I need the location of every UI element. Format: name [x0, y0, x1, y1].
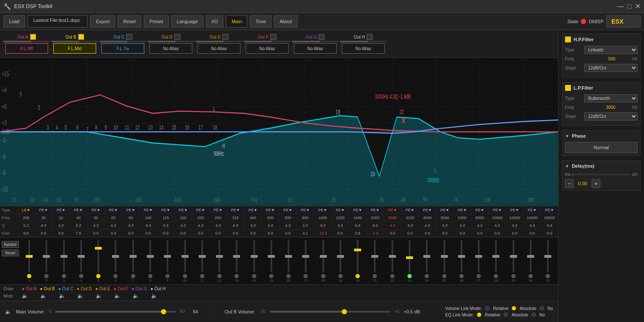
draw-out-h[interactable]: ● Out H — [150, 286, 165, 291]
eq-q-4[interactable]: 0.3 — [70, 222, 87, 229]
eq-freq-9[interactable]: 125 — [157, 214, 174, 221]
fader-thumb-26[interactable] — [458, 255, 465, 258]
eq-link-no-radio[interactable] — [532, 313, 536, 317]
maximize-button[interactable]: □ — [627, 3, 632, 10]
eq-type-23[interactable]: PE▼ — [401, 206, 419, 214]
eq-gain-3[interactable]: 0.0 — [52, 229, 70, 237]
eq-q-28[interactable]: 4.3 — [488, 222, 506, 229]
draw-out-a[interactable]: ● Out A — [22, 286, 36, 291]
fader-track-31[interactable] — [547, 240, 549, 272]
eq-q-5[interactable]: 4.3 — [87, 222, 105, 229]
eq-type-18[interactable]: PE▼ — [314, 206, 331, 214]
draw-out-c[interactable]: ● Out C — [58, 286, 73, 291]
hp-filter-checkbox[interactable] — [565, 36, 571, 42]
delay-minus-button[interactable]: − — [565, 179, 574, 188]
fader-thumb-27[interactable] — [475, 255, 482, 258]
eq-q-3[interactable]: 4.3 — [52, 222, 70, 229]
eq-type-20[interactable]: PE▼ — [349, 206, 366, 214]
eq-gain-16[interactable]: 0.0 — [279, 229, 297, 237]
ch-d-checkbox[interactable] — [174, 34, 180, 40]
fader-thumb-16[interactable] — [285, 255, 292, 258]
phase-button[interactable]: Normal — [565, 142, 638, 153]
eq-q-22[interactable]: 4.3 — [383, 222, 401, 229]
dot-7[interactable] — [131, 274, 135, 278]
mute-f-icon[interactable]: 🔈 — [114, 293, 121, 299]
dot-8[interactable] — [148, 274, 152, 278]
eq-freq-30[interactable]: 16000 — [523, 214, 541, 221]
vol-link-no-radio[interactable] — [540, 306, 544, 310]
eq-gain-10[interactable]: 0.0 — [174, 229, 192, 237]
eq-freq-7[interactable]: 80 — [122, 214, 140, 221]
dot-6[interactable] — [113, 274, 118, 278]
ch-e-button[interactable]: No Alias — [197, 43, 240, 54]
ch-b-checkbox[interactable] — [78, 34, 84, 40]
eq-type-1[interactable]: LS▼ — [17, 206, 35, 214]
eq-type-7[interactable]: PE▼ — [122, 206, 140, 214]
fader-thumb-10[interactable] — [182, 255, 188, 258]
eq-freq-12[interactable]: 250 — [209, 214, 227, 221]
eq-q-20[interactable]: 4.3 — [349, 222, 366, 229]
eq-gain-1[interactable]: 6.6 — [17, 229, 35, 237]
fader-track-1[interactable] — [28, 240, 30, 272]
eq-freq-2[interactable]: 25 — [35, 214, 52, 221]
eq-freq-23[interactable]: 3150 — [401, 214, 419, 221]
preset-button[interactable]: Preset — [144, 15, 169, 27]
eq-gain-6[interactable]: 0.0 — [104, 229, 122, 237]
eq-freq-6[interactable]: 63 — [104, 214, 122, 221]
ch-h-checkbox[interactable] — [367, 34, 373, 40]
mute-b-icon[interactable]: 🔈 — [40, 293, 47, 299]
fader-thumb-21[interactable] — [371, 255, 378, 258]
fader-thumb-2[interactable] — [43, 255, 50, 258]
fader-thumb-22[interactable] — [389, 255, 396, 258]
fader-thumb-15[interactable] — [268, 255, 275, 258]
ch-a-button[interactable]: F.L.Wf — [5, 43, 48, 54]
eq-q-29[interactable]: 4.3 — [506, 222, 523, 229]
main-vol-slider[interactable] — [55, 311, 176, 313]
eq-gain-29[interactable]: 0.0 — [506, 229, 523, 237]
fader-track-4[interactable] — [80, 240, 82, 272]
eq-type-28[interactable]: PE▼ — [488, 206, 506, 214]
export-button[interactable]: Export — [90, 15, 115, 27]
fader-thumb-29[interactable] — [510, 255, 517, 258]
eq-q-1[interactable]: 0.3 — [17, 222, 35, 229]
eq-freq-3[interactable]: 32 — [52, 214, 70, 221]
eq-freq-26[interactable]: 6300 — [453, 214, 471, 221]
fader-track-26[interactable] — [461, 240, 462, 272]
eq-gain-11[interactable]: 0.0 — [191, 229, 209, 237]
mute-a-icon[interactable]: 🔈 — [22, 293, 28, 299]
mute-d-icon[interactable]: 🔈 — [77, 293, 84, 299]
fader-thumb-19[interactable] — [337, 255, 344, 258]
fader-track-20[interactable] — [357, 240, 358, 272]
fader-thumb-14[interactable] — [251, 255, 258, 258]
fader-thumb-6[interactable] — [112, 255, 119, 258]
eq-freq-24[interactable]: 4000 — [419, 214, 436, 221]
bypass-button[interactable]: Bypass — [2, 241, 19, 248]
eq-q-13[interactable]: 4.3 — [227, 222, 244, 229]
eq-type-13[interactable]: PE▼ — [227, 206, 244, 214]
eq-type-10[interactable]: PE▼ — [174, 206, 192, 214]
fader-thumb-3[interactable] — [61, 255, 67, 258]
dot-17[interactable] — [304, 274, 308, 278]
eq-gain-7[interactable]: 0.0 — [122, 229, 140, 237]
eq-type-2[interactable]: PE▼ — [35, 206, 52, 214]
dot-15[interactable] — [269, 274, 273, 278]
fader-thumb-20[interactable] — [354, 249, 361, 251]
eq-type-12[interactable]: PE▼ — [209, 206, 227, 214]
eq-freq-27[interactable]: 8000 — [471, 214, 489, 221]
minimize-button[interactable]: — — [617, 3, 624, 10]
reset-faders-button[interactable]: Reset — [2, 250, 19, 256]
eq-type-27[interactable]: PE▼ — [471, 206, 489, 214]
draw-out-g[interactable]: ● Out G — [132, 286, 147, 291]
fader-thumb-9[interactable] — [164, 255, 171, 258]
eq-freq-14[interactable]: 400 — [244, 214, 261, 221]
delay-slider[interactable] — [572, 174, 630, 175]
dot-24[interactable] — [425, 274, 429, 278]
fader-track-6[interactable] — [115, 240, 116, 272]
eq-type-21[interactable]: PE▼ — [366, 206, 384, 214]
fader-track-18[interactable] — [322, 240, 324, 272]
dot-1[interactable] — [27, 274, 31, 278]
eq-type-5[interactable]: PE▼ — [87, 206, 105, 214]
eq-graph[interactable]: +15 +9 +6 +3 0dB -3 -6 -9 -15 — [0, 58, 558, 206]
dot-25[interactable] — [442, 274, 447, 278]
eq-gain-18[interactable]: -12.0 — [314, 229, 331, 237]
